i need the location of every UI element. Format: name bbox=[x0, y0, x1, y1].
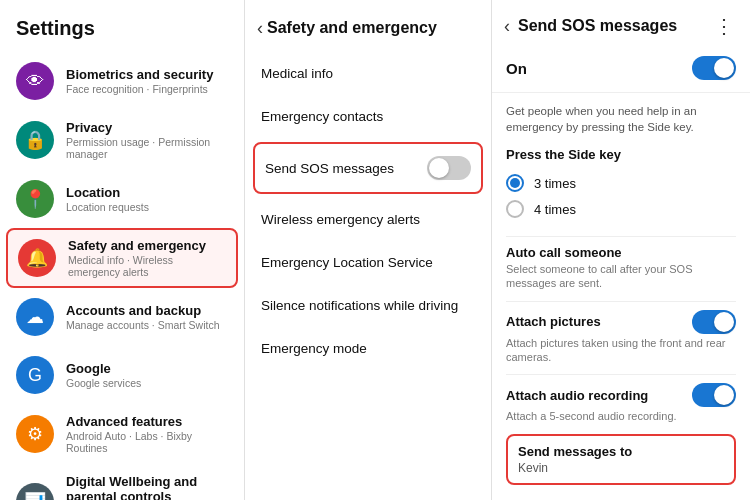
sidebar-item-wellbeing[interactable]: 📊 Digital Wellbeing and parental control… bbox=[0, 464, 244, 500]
item-sub-safety: Medical info · Wireless emergency alerts bbox=[68, 254, 226, 278]
radio-label-four-times: 4 times bbox=[534, 202, 576, 217]
mid-item-emergency-location[interactable]: Emergency Location Service bbox=[245, 241, 491, 284]
icon-privacy: 🔒 bbox=[16, 121, 54, 159]
auto-call-row: Auto call someone Select someone to call… bbox=[506, 245, 736, 291]
safety-header: ‹ Safety and emergency 🔍 bbox=[245, 0, 491, 52]
radio-row-three-times[interactable]: 3 times bbox=[506, 170, 736, 196]
item-title-google: Google bbox=[66, 361, 141, 376]
settings-panel: Settings 🔍 👁 Biometrics and security Fac… bbox=[0, 0, 245, 500]
sos-back-button[interactable]: ‹ bbox=[504, 16, 510, 37]
icon-advanced: ⚙ bbox=[16, 415, 54, 453]
sos-content: Get people when you need help in an emer… bbox=[492, 93, 750, 495]
on-toggle[interactable] bbox=[692, 56, 736, 80]
item-text-wellbeing: Digital Wellbeing and parental controls … bbox=[66, 474, 228, 500]
item-title-safety: Safety and emergency bbox=[68, 238, 226, 253]
attach-pictures-row: Attach pictures Attach pictures taken us… bbox=[506, 310, 736, 365]
attach-audio-toggle[interactable] bbox=[692, 383, 736, 407]
icon-safety: 🔔 bbox=[18, 239, 56, 277]
item-sub-accounts: Manage accounts · Smart Switch bbox=[66, 319, 220, 331]
press-section-title: Press the Side key bbox=[506, 147, 736, 162]
auto-call-label: Auto call someone bbox=[506, 245, 622, 260]
item-text-privacy: Privacy Permission usage · Permission ma… bbox=[66, 120, 228, 160]
attach-audio-row: Attach audio recording Attach a 5-second… bbox=[506, 383, 736, 423]
icon-biometrics: 👁 bbox=[16, 62, 54, 100]
item-text-biometrics: Biometrics and security Face recognition… bbox=[66, 67, 213, 95]
safety-title: Safety and emergency bbox=[267, 19, 492, 37]
item-title-privacy: Privacy bbox=[66, 120, 228, 135]
item-text-advanced: Advanced features Android Auto · Labs · … bbox=[66, 414, 228, 454]
more-options-button[interactable]: ⋮ bbox=[710, 14, 738, 38]
back-arrow-icon: ‹ bbox=[257, 18, 263, 39]
radio-row-four-times[interactable]: 4 times bbox=[506, 196, 736, 222]
mid-item-wireless-alerts[interactable]: Wireless emergency alerts bbox=[245, 198, 491, 241]
send-messages-to-section[interactable]: Send messages to Kevin bbox=[506, 434, 736, 485]
attach-audio-label: Attach audio recording bbox=[506, 388, 648, 403]
item-title-wellbeing: Digital Wellbeing and parental controls bbox=[66, 474, 228, 500]
toggle-send-sos[interactable] bbox=[427, 156, 471, 180]
settings-title: Settings bbox=[16, 17, 245, 40]
item-text-safety: Safety and emergency Medical info · Wire… bbox=[68, 238, 226, 278]
item-text-location: Location Location requests bbox=[66, 185, 149, 213]
item-text-google: Google Google services bbox=[66, 361, 141, 389]
item-title-advanced: Advanced features bbox=[66, 414, 228, 429]
mid-item-emergency-contacts[interactable]: Emergency contacts bbox=[245, 95, 491, 138]
settings-list: 👁 Biometrics and security Face recogniti… bbox=[0, 52, 244, 500]
sidebar-item-privacy[interactable]: 🔒 Privacy Permission usage · Permission … bbox=[0, 110, 244, 170]
item-sub-biometrics: Face recognition · Fingerprints bbox=[66, 83, 213, 95]
radio-label-three-times: 3 times bbox=[534, 176, 576, 191]
safety-menu-list: Medical infoEmergency contacts Send SOS … bbox=[245, 52, 491, 370]
attach-audio-desc: Attach a 5-second audio recording. bbox=[506, 409, 736, 423]
sidebar-item-accounts[interactable]: ☁ Accounts and backup Manage accounts · … bbox=[0, 288, 244, 346]
mid-item-send-sos[interactable]: Send SOS messages bbox=[253, 142, 483, 194]
attach-pictures-label: Attach pictures bbox=[506, 314, 601, 329]
send-messages-to-value: Kevin bbox=[518, 461, 724, 475]
mid-item-label-medical-info: Medical info bbox=[261, 66, 333, 81]
sos-description: Get people when you need help in an emer… bbox=[506, 103, 736, 135]
icon-location: 📍 bbox=[16, 180, 54, 218]
item-text-accounts: Accounts and backup Manage accounts · Sm… bbox=[66, 303, 220, 331]
item-sub-privacy: Permission usage · Permission manager bbox=[66, 136, 228, 160]
mid-item-emergency-mode[interactable]: Emergency mode bbox=[245, 327, 491, 370]
settings-header: Settings 🔍 bbox=[0, 0, 244, 52]
on-label: On bbox=[506, 60, 527, 77]
sidebar-item-advanced[interactable]: ⚙ Advanced features Android Auto · Labs … bbox=[0, 404, 244, 464]
back-arrow-icon: ‹ bbox=[504, 16, 510, 37]
divider-3 bbox=[506, 374, 736, 375]
mid-item-medical-info[interactable]: Medical info bbox=[245, 52, 491, 95]
mid-item-label-emergency-contacts: Emergency contacts bbox=[261, 109, 383, 124]
mid-item-label-emergency-mode: Emergency mode bbox=[261, 341, 367, 356]
item-title-biometrics: Biometrics and security bbox=[66, 67, 213, 82]
radio-circle-three-times bbox=[506, 174, 524, 192]
on-row: On bbox=[492, 48, 750, 93]
press-options: 3 times 4 times bbox=[506, 170, 736, 222]
mid-item-label-send-sos: Send SOS messages bbox=[265, 161, 394, 176]
sidebar-item-safety[interactable]: 🔔 Safety and emergency Medical info · Wi… bbox=[6, 228, 238, 288]
icon-google: G bbox=[16, 356, 54, 394]
sos-title: Send SOS messages bbox=[518, 17, 710, 35]
mid-item-label-wireless-alerts: Wireless emergency alerts bbox=[261, 212, 420, 227]
mid-item-label-emergency-location: Emergency Location Service bbox=[261, 255, 433, 270]
sidebar-item-location[interactable]: 📍 Location Location requests bbox=[0, 170, 244, 228]
item-title-accounts: Accounts and backup bbox=[66, 303, 220, 318]
sos-panel: ‹ Send SOS messages ⋮ On Get people when… bbox=[492, 0, 750, 500]
item-sub-location: Location requests bbox=[66, 201, 149, 213]
item-sub-advanced: Android Auto · Labs · Bixby Routines bbox=[66, 430, 228, 454]
divider-2 bbox=[506, 301, 736, 302]
safety-panel: ‹ Safety and emergency 🔍 Medical infoEme… bbox=[245, 0, 492, 500]
item-sub-google: Google services bbox=[66, 377, 141, 389]
mid-item-silence-notifications[interactable]: Silence notifications while driving bbox=[245, 284, 491, 327]
safety-back-button[interactable]: ‹ Safety and emergency bbox=[257, 18, 492, 39]
icon-wellbeing: 📊 bbox=[16, 483, 54, 501]
send-messages-to-label: Send messages to bbox=[518, 444, 724, 459]
sidebar-item-biometrics[interactable]: 👁 Biometrics and security Face recogniti… bbox=[0, 52, 244, 110]
attach-pictures-desc: Attach pictures taken using the front an… bbox=[506, 336, 736, 365]
radio-circle-four-times bbox=[506, 200, 524, 218]
sos-header: ‹ Send SOS messages ⋮ bbox=[492, 0, 750, 48]
attach-pictures-toggle[interactable] bbox=[692, 310, 736, 334]
sidebar-item-google[interactable]: G Google Google services bbox=[0, 346, 244, 404]
icon-accounts: ☁ bbox=[16, 298, 54, 336]
mid-item-label-silence-notifications: Silence notifications while driving bbox=[261, 298, 458, 313]
item-title-location: Location bbox=[66, 185, 149, 200]
divider-1 bbox=[506, 236, 736, 237]
auto-call-desc: Select someone to call after your SOS me… bbox=[506, 262, 736, 291]
